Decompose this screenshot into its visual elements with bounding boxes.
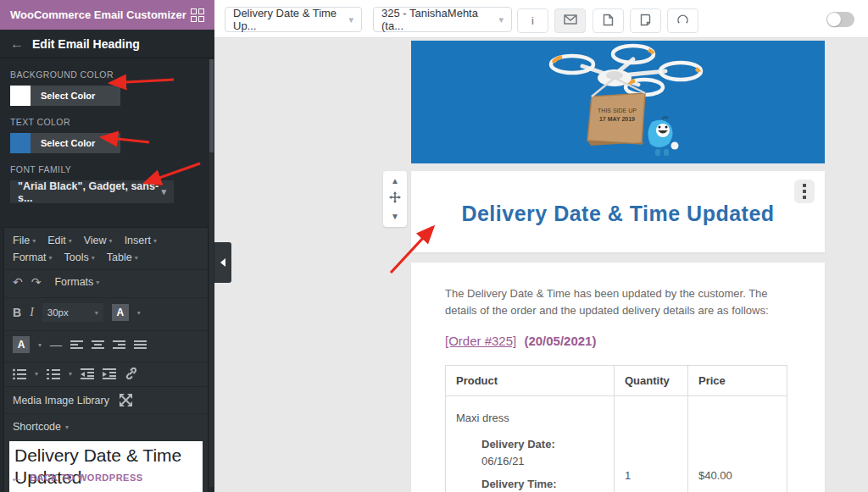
redo-icon[interactable]: ↷ [31, 275, 42, 289]
email-heading-text: Delivery Date & Time Updated [411, 202, 825, 226]
outdent-icon[interactable] [81, 368, 94, 379]
menu-edit[interactable]: Edit▾ [47, 235, 72, 246]
menu-tools[interactable]: Tools▾ [64, 252, 95, 263]
link-icon[interactable] [125, 368, 138, 379]
chevron-down-icon: ▾ [161, 186, 166, 197]
dashboard-grid-icon[interactable] [191, 8, 204, 22]
shortcode-dropdown[interactable]: Shortcode [13, 421, 61, 433]
app-title: WooCommerce Email Customizer [10, 8, 186, 21]
email-body-block: The Delivery Date & Time has been update… [411, 263, 825, 492]
order-dropdown[interactable]: 325 - TanishaMehta (ta... ▾ [373, 7, 512, 32]
table-row: Maxi dress Delivery Date: 06/16/21 Deliv… [446, 396, 787, 492]
numbered-list-icon[interactable] [47, 368, 60, 379]
font-size-dropdown[interactable]: 30px▾ [42, 303, 103, 322]
back-to-wordpress-link[interactable]: ← BACK TO WORDPRESS [10, 470, 143, 484]
email-heading-block[interactable]: Delivery Date & Time Updated [411, 171, 825, 252]
editor-toolbar-align-row: A ▾ — [4, 330, 208, 358]
bg-color-caret-icon[interactable]: ▾ [38, 341, 42, 349]
align-center-icon[interactable] [92, 340, 104, 351]
editor-media-row: Media Image Library [4, 386, 208, 413]
preview-toggle[interactable] [826, 12, 854, 27]
template-page-button[interactable] [593, 8, 624, 33]
back-arrow-icon[interactable]: ← [10, 36, 24, 52]
menu-view[interactable]: View▾ [84, 235, 113, 246]
menu-file[interactable]: File▾ [13, 235, 36, 246]
copy-template-button[interactable] [630, 8, 661, 33]
background-select-color-button[interactable]: Select Color [31, 86, 120, 106]
toggle-knob [827, 13, 841, 26]
column-header-quantity: Quantity [615, 366, 688, 396]
email-template-dropdown[interactable]: Delivery Date & Time Up... ▾ [225, 7, 362, 32]
font-family-dropdown[interactable]: "Arial Black", Gadget, sans-s... ▾ [10, 180, 174, 203]
numbered-list-caret-icon[interactable]: ▾ [69, 370, 72, 378]
fullscreen-icon[interactable] [120, 394, 132, 406]
background-color-swatch[interactable] [10, 86, 31, 106]
shortcode-caret-icon: ▾ [65, 423, 69, 431]
editor-shortcode-row: Shortcode ▾ [4, 413, 208, 441]
align-right-icon[interactable] [113, 340, 125, 351]
column-header-product: Product [446, 366, 615, 396]
chevron-down-icon: ▾ [498, 14, 504, 25]
background-color-label: BACKGROUND COLOR [10, 69, 214, 80]
font-family-value: "Arial Black", Gadget, sans-s... [18, 180, 161, 204]
move-up-icon[interactable]: ▲ [391, 177, 399, 185]
background-color-picker[interactable]: Select Color [10, 86, 120, 106]
text-color-swatch[interactable] [10, 133, 31, 153]
sidebar-scrollbar[interactable] [209, 59, 214, 487]
editor-toolbar-formats-row: ↶ ↷ Formats▾ [4, 269, 208, 294]
chevron-down-icon: ▾ [348, 14, 353, 25]
italic-button[interactable]: I [30, 306, 34, 319]
order-table: Product Quantity Price Maxi dress Delive… [445, 365, 787, 492]
refresh-icon [676, 14, 689, 29]
text-color-caret-icon[interactable]: ▾ [137, 309, 141, 317]
template-dropdown-value: Delivery Date & Time Up... [233, 7, 343, 32]
quantity-value: 1 [625, 469, 677, 482]
svg-text:17 MAY 2019: 17 MAY 2019 [599, 116, 635, 122]
back-arrow-icon: ← [10, 470, 23, 484]
background-color-button[interactable]: A [13, 336, 30, 353]
font-family-label: FONT FAMILY [10, 164, 214, 174]
editor-toolbar-list-row: ▾ ▾ [4, 362, 208, 384]
column-header-price: Price [688, 366, 787, 396]
reset-button[interactable] [667, 8, 698, 33]
align-left-icon[interactable] [70, 340, 83, 351]
drag-handle-icon[interactable] [389, 191, 401, 207]
bold-button[interactable]: B [13, 306, 21, 319]
delivery-details: Delivery Date: 06/16/21 Delivery Time: 0… [481, 436, 604, 492]
menu-insert[interactable]: Insert▾ [125, 235, 157, 246]
collapse-left-icon [220, 258, 225, 267]
email-banner-image[interactable]: THIS SIDE UP17 MAY 2019 [411, 41, 825, 163]
text-color-button[interactable]: A [112, 304, 129, 321]
menu-table[interactable]: Table▾ [107, 252, 138, 263]
horizontal-rule-icon[interactable]: — [50, 338, 62, 351]
undo-icon[interactable]: ↶ [13, 275, 23, 289]
text-select-color-button[interactable]: Select Color [31, 133, 120, 153]
price-value: $40.00 [698, 469, 776, 482]
product-name: Maxi dress [456, 412, 509, 424]
svg-text:THIS SIDE UP: THIS SIDE UP [598, 108, 637, 113]
text-color-label: TEXT COLOR [10, 117, 214, 127]
send-email-button[interactable] [554, 8, 586, 33]
block-options-button[interactable] [794, 180, 815, 203]
order-dropdown-value: 325 - TanishaMehta (ta... [381, 7, 493, 32]
justify-icon[interactable] [134, 340, 147, 351]
bullet-list-caret-icon[interactable]: ▾ [35, 370, 38, 378]
media-image-library-button[interactable]: Media Image Library [13, 395, 109, 406]
editor-content[interactable]: Delivery Date & Time Updated [9, 441, 203, 492]
editor-toolbar-font-row: B I 30px▾ A ▾ [4, 297, 208, 327]
formats-dropdown[interactable]: Formats▾ [54, 276, 99, 288]
editor-menubar-row2: Format▾ Tools▾ Table▾ [4, 249, 208, 266]
bullet-list-icon[interactable] [13, 368, 26, 379]
back-to-wordpress-label: BACK TO WORDPRESS [30, 473, 143, 483]
move-down-icon[interactable]: ▼ [391, 213, 399, 221]
email-preview-area: THIS SIDE UP17 MAY 2019 ▲ ▼ Delivery Dat… [214, 38, 868, 492]
menu-format[interactable]: Format▾ [13, 252, 53, 263]
info-button[interactable]: i [517, 8, 548, 33]
indent-icon[interactable] [103, 368, 116, 379]
text-color-picker[interactable]: Select Color [10, 133, 120, 153]
sidebar-collapse-handle[interactable] [214, 242, 231, 283]
block-move-controls: ▲ ▼ [383, 171, 407, 227]
rich-text-editor: File▾ Edit▾ View▾ Insert▾ Format▾ Tools▾… [3, 227, 209, 492]
sidebar-header: WooCommerce Email Customizer [0, 0, 214, 30]
order-link[interactable]: [Order #325] [445, 334, 516, 348]
